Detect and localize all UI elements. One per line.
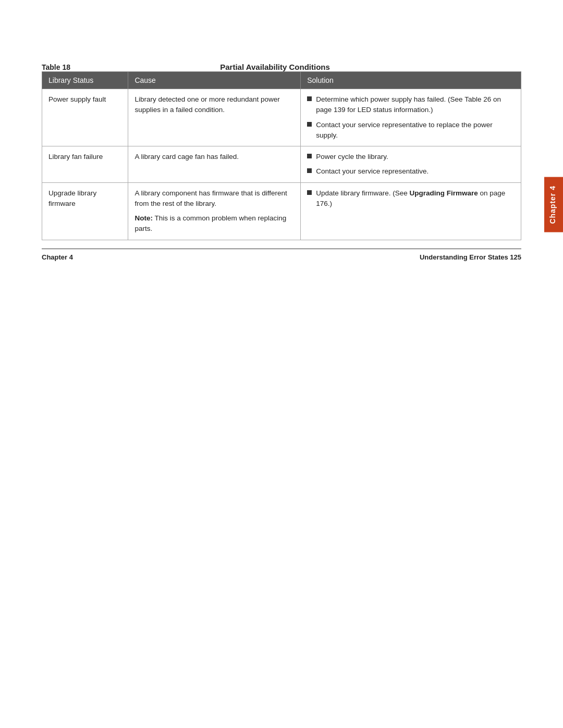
table-number: Table 18 bbox=[42, 63, 70, 71]
header-status: Library Status bbox=[42, 72, 128, 89]
bullet-text: Update library firmware. (See Upgrading … bbox=[316, 188, 515, 209]
bullet-square-icon bbox=[307, 122, 312, 127]
bullet-text: Contact your service representative to r… bbox=[316, 120, 515, 141]
bullet-item: Power cycle the library. bbox=[307, 152, 515, 162]
table-header-row: Library Status Cause Solution bbox=[42, 72, 521, 89]
bullet-text: Determine which power supply has failed.… bbox=[316, 94, 515, 116]
cell-solution-1: Power cycle the library.Contact your ser… bbox=[301, 146, 521, 183]
page-footer: Chapter 4 Understanding Error States 125 bbox=[42, 249, 521, 261]
bullet-item: Update library firmware. (See Upgrading … bbox=[307, 188, 515, 209]
chapter-tab: Chapter 4 bbox=[544, 177, 563, 232]
footer-right: Understanding Error States 125 bbox=[420, 253, 521, 261]
page-content: Table 18 Partial Availability Conditions… bbox=[0, 0, 563, 282]
table-row: Upgrade library firmwareA library compon… bbox=[42, 182, 521, 240]
bullet-item: Contact your service representative to r… bbox=[307, 120, 515, 141]
table-title-row: Table 18 Partial Availability Conditions bbox=[42, 63, 521, 71]
main-table: Library Status Cause Solution Power supp… bbox=[42, 71, 521, 240]
table-row: Power supply faultLibrary detected one o… bbox=[42, 89, 521, 146]
bullet-square-icon bbox=[307, 96, 312, 101]
cell-status-2: Upgrade library firmware bbox=[42, 182, 128, 240]
cell-cause-1: A library card cage fan has failed. bbox=[128, 146, 301, 183]
bullet-text: Contact your service representative. bbox=[316, 166, 429, 177]
cell-solution-2: Update library firmware. (See Upgrading … bbox=[301, 182, 521, 240]
bullet-item: Contact your service representative. bbox=[307, 166, 515, 177]
bullet-item: Determine which power supply has failed.… bbox=[307, 94, 515, 116]
header-cause: Cause bbox=[128, 72, 301, 89]
bullet-text: Power cycle the library. bbox=[316, 152, 388, 162]
bullet-square-icon bbox=[307, 190, 312, 195]
cell-solution-0: Determine which power supply has failed.… bbox=[301, 89, 521, 146]
header-solution: Solution bbox=[301, 72, 521, 89]
table-title: Partial Availability Conditions bbox=[91, 63, 521, 71]
footer-left: Chapter 4 bbox=[42, 253, 73, 261]
bullet-square-icon bbox=[307, 154, 312, 158]
cell-cause-2: A library component has firmware that is… bbox=[128, 182, 301, 240]
cell-cause-0: Library detected one or more redundant p… bbox=[128, 89, 301, 146]
cell-status-1: Library fan failure bbox=[42, 146, 128, 183]
cell-status-0: Power supply fault bbox=[42, 89, 128, 146]
table-row: Library fan failureA library card cage f… bbox=[42, 146, 521, 183]
bullet-square-icon bbox=[307, 168, 312, 173]
